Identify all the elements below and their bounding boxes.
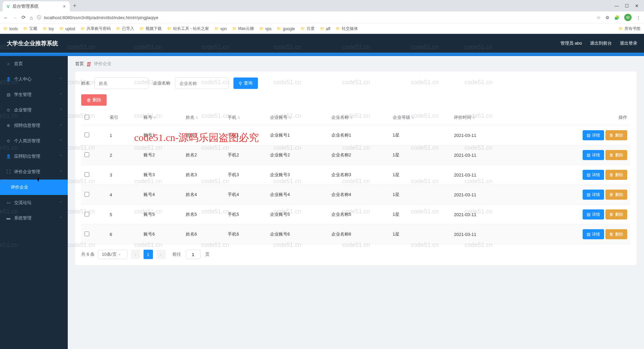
cell: 企业名称1 (328, 126, 389, 145)
col-header[interactable]: 企业名称⇅ (328, 110, 389, 126)
row-checkbox[interactable] (85, 172, 89, 177)
bookmark-item[interactable]: vpn (214, 27, 227, 31)
sidebar-item[interactable]: ▬系统管理˅ (0, 210, 68, 226)
row-checkbox[interactable] (85, 232, 89, 236)
extensions-icon[interactable]: ⚙ (605, 15, 609, 20)
cell: 企业账号2 (267, 145, 328, 165)
search-name-input[interactable] (95, 78, 148, 89)
bookmark-item[interactable]: 已导入 (116, 26, 134, 32)
sidebar-icon: ⛶ (6, 169, 11, 174)
row-checkbox[interactable] (85, 212, 89, 216)
bookmark-item[interactable]: 视频下载 (140, 26, 162, 32)
detail-button[interactable]: ▤ 详情 (583, 229, 604, 239)
sidebar-label: 交流论坛 (14, 200, 32, 206)
row-delete-button[interactable]: 🗑 删除 (605, 209, 627, 219)
cell: 2021-03-11 (450, 185, 515, 205)
col-header[interactable]: 账号⇅ (140, 110, 182, 126)
bookmark-item[interactable]: 社交媒体 (336, 26, 358, 32)
row-checkbox[interactable] (85, 192, 89, 197)
col-header[interactable]: 手机⇅ (224, 110, 267, 126)
col-header[interactable]: 企业账号⇅ (267, 110, 328, 126)
home-icon[interactable]: ⌂ (30, 15, 33, 20)
back-icon[interactable]: ← (3, 15, 8, 20)
sidebar-item[interactable]: ⊙企业管理˅ (0, 102, 68, 118)
col-header[interactable]: 索引 (106, 110, 140, 126)
row-delete-button[interactable]: 🗑 删除 (605, 229, 627, 239)
sidebar-label: 评价企业 (11, 184, 28, 190)
sidebar-item[interactable]: 👤应聘职位管理˅ (0, 149, 68, 164)
bookmark-item[interactable]: 共享账号密码 (80, 26, 111, 32)
bookmark-item[interactable]: 百度 (301, 26, 315, 32)
bookmark-item[interactable]: aff (320, 27, 330, 31)
sidebar-item[interactable]: ▭交流论坛˅ (0, 195, 68, 210)
bookmark-item[interactable]: vps (259, 27, 272, 31)
minimize-icon[interactable]: — (614, 3, 619, 8)
bookmark-item[interactable]: Max云梯 (232, 26, 254, 32)
detail-button[interactable]: ▤ 详情 (583, 150, 604, 160)
logout-link[interactable]: 退出登录 (620, 40, 637, 46)
page-size-select[interactable]: 10条/页 ▾ (98, 250, 127, 259)
detail-button[interactable]: ▤ 详情 (583, 190, 604, 200)
bookmark-item[interactable]: uplod (59, 27, 75, 31)
detail-button[interactable]: ▤ 详情 (583, 130, 604, 140)
content-panel: 姓名 企业名称 ⚲ 查询 🗑 删除 索引账号⇅姓名⇅手机⇅企业账号⇅企业名称⇅企… (75, 71, 637, 265)
share-icon[interactable]: ☆ (597, 15, 601, 20)
bookmark-item[interactable]: google (277, 27, 295, 31)
cell-ops: ▤ 详情🗑 删除 (515, 185, 631, 205)
bookmark-item[interactable]: tools (3, 27, 18, 31)
col-header[interactable]: 姓名⇅ (182, 110, 225, 126)
bookmark-item[interactable]: 站长工具 - 站长之家 (167, 26, 209, 32)
bulk-delete-button[interactable]: 🗑 删除 (81, 94, 107, 106)
browser-tab[interactable]: V 后台管理系统 × (3, 1, 70, 11)
sort-icon: ⇅ (472, 116, 475, 119)
col-header[interactable]: 操作 (515, 110, 631, 126)
select-all-checkbox[interactable] (85, 115, 89, 119)
table-row: 6账号6姓名6手机6企业账号6企业名称61星2021-03-11▤ 详情🗑 删除 (81, 225, 631, 244)
bookmark-item[interactable]: txy (43, 27, 54, 31)
query-button[interactable]: ⚲ 查询 (233, 78, 258, 89)
maximize-icon[interactable]: ☐ (625, 3, 629, 8)
col-header[interactable]: 企业等级⇅ (389, 110, 451, 126)
row-checkbox[interactable] (85, 133, 89, 137)
next-page-button[interactable]: › (156, 250, 166, 259)
search-company-input[interactable] (175, 78, 229, 89)
menu-icon[interactable]: ⋮ (636, 15, 641, 20)
row-checkbox[interactable] (85, 152, 89, 157)
cell: 姓名2 (182, 145, 225, 165)
app-header: 大学生企业推荐系统 管理员 abo 退出到前台 退出登录 (0, 34, 644, 53)
cell-ops: ▤ 详情🗑 删除 (515, 225, 631, 244)
sidebar-item[interactable]: ⛶评价企业管理˄ (0, 164, 68, 180)
logout-front-link[interactable]: 退出到前台 (590, 40, 612, 46)
prev-page-button[interactable]: ‹ (131, 250, 140, 259)
sidebar-item[interactable]: ⊙个人简历管理˅ (0, 133, 68, 149)
sidebar-item[interactable]: ⊕招聘信息管理˅ (0, 118, 68, 133)
close-icon[interactable]: × (63, 4, 66, 9)
sidebar-item[interactable]: ▤学生管理˅ (0, 87, 68, 102)
profile-avatar[interactable]: W (624, 14, 632, 21)
detail-button[interactable]: ▤ 详情 (583, 170, 604, 180)
row-delete-button[interactable]: 🗑 删除 (605, 150, 627, 160)
detail-button[interactable]: ▤ 详情 (583, 209, 604, 219)
url-input[interactable]: ⓘ localhost:8080/ssm3n8lp/admin/dist/ind… (37, 14, 593, 20)
bookmark-all[interactable]: 所有书签 (619, 26, 641, 32)
trash-icon: 🗑 (609, 172, 613, 177)
page-1-button[interactable]: 1 (144, 250, 153, 259)
close-window-icon[interactable]: ✕ (635, 3, 639, 8)
breadcrumb-home[interactable]: 首页 (75, 61, 84, 67)
breadcrumb-current: 评价企业 (94, 61, 111, 67)
reload-icon[interactable]: ⟳ (21, 14, 26, 20)
row-delete-button[interactable]: 🗑 删除 (605, 130, 627, 140)
forward-icon[interactable]: → (12, 15, 17, 20)
header-user[interactable]: 管理员 abo (560, 40, 582, 46)
cell: 1星 (389, 126, 451, 145)
goto-page-input[interactable] (186, 250, 201, 259)
sidebar-item[interactable]: 👤个人中心˅ (0, 71, 68, 87)
sidebar-item[interactable]: 评价企业 (0, 180, 68, 195)
row-delete-button[interactable]: 🗑 删除 (605, 170, 627, 180)
row-delete-button[interactable]: 🗑 删除 (605, 190, 627, 200)
new-tab-button[interactable]: + (70, 3, 79, 9)
sidebar-item[interactable]: ⌂首页 (0, 56, 68, 71)
col-header[interactable]: 评价时间⇅ (450, 110, 515, 126)
bookmark-item[interactable]: 宝藏 (23, 26, 37, 32)
puzzle-icon[interactable]: 🧩 (614, 15, 620, 20)
